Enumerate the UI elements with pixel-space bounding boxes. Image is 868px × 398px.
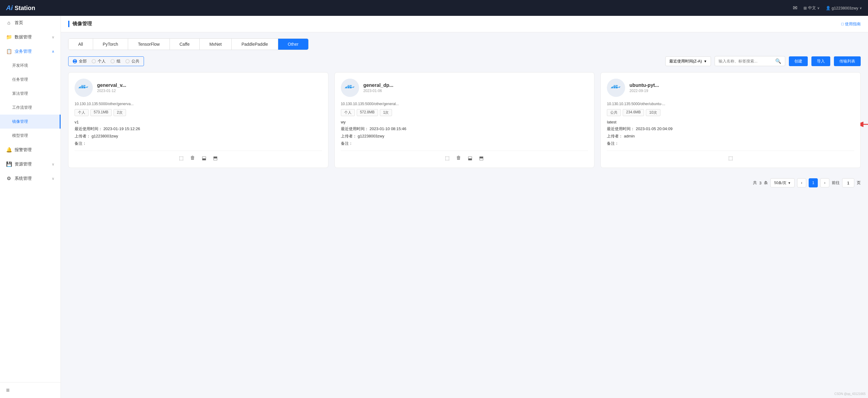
card3-uploader: 上传者： admin [607, 134, 854, 139]
prev-page-button[interactable]: ‹ [797, 178, 806, 188]
radio-group-label: 组 [117, 58, 121, 64]
page-1-button[interactable]: 1 [809, 178, 818, 188]
goto-label: 前往 [832, 180, 840, 186]
filter-tab-mxnet[interactable]: MxNet [200, 39, 231, 50]
card1-last-used: 最近使用时间： 2023-01-19 15:12:26 [74, 126, 322, 132]
sidebar-item-workflow-mgmt[interactable]: 工作流管理 [0, 101, 61, 115]
create-button[interactable]: 创建 [789, 56, 808, 66]
card2-uploader-value: g12238003zwy [358, 134, 384, 138]
sidebar-label-algo-mgmt: 算法管理 [12, 91, 28, 96]
arrow-annotation [860, 115, 868, 135]
svg-rect-13 [614, 87, 616, 88]
sidebar-label-model-mgmt: 模型管理 [12, 133, 28, 138]
search-input[interactable] [719, 59, 773, 63]
card3-tags: 公共 234.6MB 10次 [607, 109, 854, 116]
radio-personal[interactable]: 个人 [92, 58, 105, 64]
next-page-button[interactable]: › [820, 178, 829, 188]
total-label: 共 [753, 180, 757, 186]
sort-select[interactable]: 最近使用时间(Z-A) ▼ [665, 56, 711, 66]
sidebar-item-task-mgmt[interactable]: 任务管理 [0, 73, 61, 87]
card3-last-used: 最近使用时间： 2023-01-05 20:04:09 [607, 126, 854, 132]
search-icon[interactable]: 🔍 [775, 58, 781, 64]
filter-tab-pytorch[interactable]: PyTorch [93, 39, 128, 50]
home-icon: ⌂ [6, 20, 11, 26]
docker-icon-2 [344, 83, 356, 92]
per-page-select[interactable]: 50条/页 ▼ [770, 178, 795, 188]
card2-tag-0: 个人 [341, 109, 355, 116]
card1-note: 备注： [74, 141, 322, 146]
card3-title-block: ubuntu-pyt... 2022-09-19 [629, 83, 659, 93]
card2-tags: 个人 572.8MB 1次 [341, 109, 588, 116]
card2-last-used-value: 2023-01-10 08:15:46 [370, 126, 406, 131]
prev-icon: ‹ [801, 181, 802, 185]
card3-export-button[interactable]: ⬚ [727, 154, 734, 162]
sidebar-item-sys-mgmt[interactable]: ⚙ 系统管理 ∨ [0, 171, 61, 186]
filter-tab-other[interactable]: Other [278, 39, 308, 50]
sidebar-label-image-mgmt: 镜像管理 [12, 119, 28, 124]
svg-rect-3 [83, 85, 85, 87]
sidebar-label-task-mgmt: 任务管理 [12, 77, 28, 82]
username-label: g12238003zwy [832, 6, 858, 10]
sort-label: 最近使用时间(Z-A) [669, 58, 702, 64]
sidebar-item-home[interactable]: ⌂ 首页 [0, 16, 61, 30]
sidebar-item-resource-mgmt[interactable]: 💾 资源管理 ∨ [0, 157, 61, 171]
resource-mgmt-icon: 💾 [6, 161, 11, 167]
card2-pull-button[interactable]: ⬓ [467, 154, 473, 162]
brand-ai: Ai [6, 4, 13, 12]
radio-group-opt[interactable]: 组 [111, 58, 121, 64]
sidebar-label-report-mgmt: 报警管理 [14, 147, 32, 153]
sidebar-label-dev-env: 开发环境 [12, 63, 28, 68]
filter-tab-all[interactable]: All [68, 39, 93, 50]
card1-push-button[interactable]: ⬒ [212, 154, 219, 162]
data-mgmt-icon: 📁 [6, 34, 11, 40]
sidebar-label-sys-mgmt: 系统管理 [14, 176, 32, 181]
sidebar-collapse-icon[interactable]: ≡ [6, 387, 10, 393]
card3-last-used-label: 最近使用时间： [607, 126, 634, 131]
filter-tab-tensorflow[interactable]: TensorFlow [128, 39, 170, 50]
sidebar-item-algo-mgmt[interactable]: 算法管理 [0, 87, 61, 101]
language-chevron: ∨ [817, 6, 819, 10]
email-icon[interactable]: ✉ [793, 5, 797, 11]
page-header: 镜像管理 □ 使用指南 [61, 16, 868, 32]
user-button[interactable]: 👤 g12238003zwy ∨ [826, 6, 862, 10]
card3-note: 备注： [607, 141, 854, 146]
svg-point-5 [86, 87, 88, 88]
radio-group-scope: 全部 个人 组 公共 [68, 56, 144, 66]
sidebar-item-business-mgmt[interactable]: 📋 业务管理 ∧ [0, 44, 61, 58]
card3-header: ubuntu-pyt... 2022-09-19 [607, 79, 854, 97]
radio-all[interactable]: 全部 [73, 58, 87, 64]
card2-note-label: 备注： [341, 141, 353, 146]
sidebar-item-image-mgmt[interactable]: 镜像管理 [0, 115, 61, 129]
card1-export-button[interactable]: ⬚ [178, 154, 185, 162]
card1-delete-button[interactable]: 🗑 [189, 154, 196, 162]
card2-delete-button[interactable]: 🗑 [455, 154, 462, 162]
card1-tag-1: 573.1MB [90, 109, 112, 116]
card2-push-button[interactable]: ⬒ [478, 154, 485, 162]
help-link[interactable]: □ 使用指南 [841, 21, 861, 27]
card1-url: 10.130.10.135:5000/other/generva... [74, 102, 322, 106]
translate-button[interactable]: ⊞ 中文 ∨ [804, 5, 819, 11]
sidebar-item-model-mgmt[interactable]: 模型管理 [0, 129, 61, 143]
navbar: AiStation ✉ ⊞ 中文 ∨ 👤 g12238003zwy ∨ [0, 0, 868, 16]
docker-icon-3 [610, 83, 622, 92]
card1-note-label: 备注： [74, 141, 87, 146]
radio-public[interactable]: 公共 [125, 58, 140, 64]
import-button[interactable]: 导入 [811, 56, 830, 66]
filter-tabs: All PyTorch TensorFlow Caffe MxNet Paddl… [68, 38, 309, 50]
transfer-button[interactable]: 传输列表 [834, 56, 861, 66]
card3-last-used-value: 2023-01-05 20:04:09 [636, 126, 673, 131]
goto-input[interactable] [842, 178, 854, 188]
sidebar-label-workflow-mgmt: 工作流管理 [12, 105, 32, 110]
sidebar-item-report-mgmt[interactable]: 🔔 报警管理 [0, 143, 61, 157]
sidebar-item-data-mgmt[interactable]: 📁 数据管理 ∨ [0, 30, 61, 44]
card3-avatar [607, 79, 625, 97]
filter-tab-paddlepaddle[interactable]: PaddlePaddle [231, 39, 278, 50]
card1-pull-button[interactable]: ⬓ [200, 154, 208, 162]
card2-tag-2: 1次 [380, 109, 392, 116]
sidebar: ⌂ 首页 📁 数据管理 ∨ 📋 业务管理 ∧ 开发环境 任务管理 算法管理 工作… [0, 16, 61, 398]
filter-tab-caffe[interactable]: Caffe [170, 39, 200, 50]
card2-export-button[interactable]: ⬚ [444, 154, 451, 162]
sidebar-item-dev-env[interactable]: 开发环境 [0, 58, 61, 73]
next-icon: › [824, 181, 826, 185]
card2-tag-1: 572.8MB [357, 109, 378, 116]
